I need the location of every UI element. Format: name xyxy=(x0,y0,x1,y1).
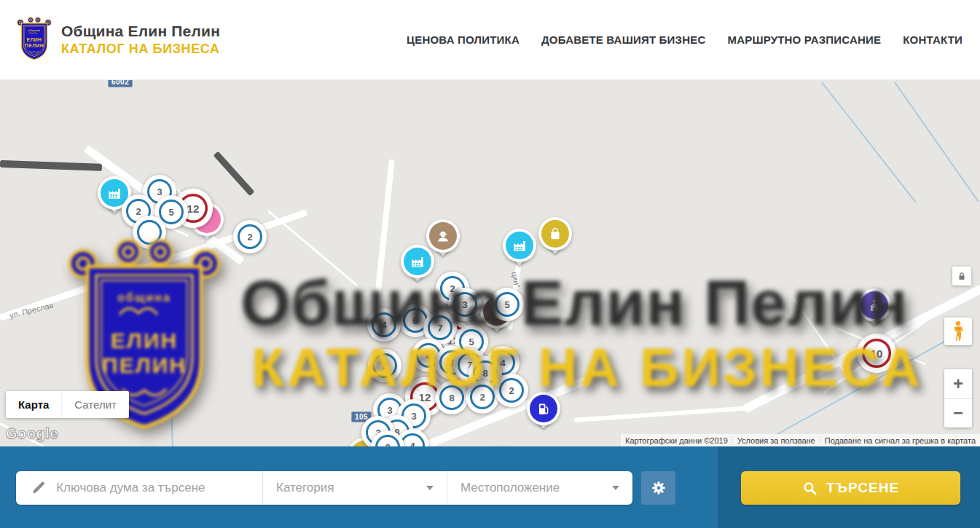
report-error-link[interactable]: Подаване на сигнал за грешка в картата xyxy=(820,436,980,445)
fuel-marker[interactable] xyxy=(527,392,560,425)
factory-marker[interactable] xyxy=(401,245,434,278)
search-icon xyxy=(802,481,818,496)
svg-text:ПЕЛИН: ПЕЛИН xyxy=(25,42,44,47)
nav-item-schedule[interactable]: МАРШРУТНО РАЗПИСАНИЕ xyxy=(727,34,881,46)
cluster-marker[interactable]: 2 xyxy=(368,349,401,382)
street-label: ции“ xyxy=(510,271,522,288)
municipality-crest-icon: община ЕЛИН ПЕЛИН xyxy=(16,15,52,65)
svg-text:община: община xyxy=(117,291,171,304)
svg-text:ЕЛИН: ЕЛИН xyxy=(27,37,42,42)
cluster-marker[interactable]: 10 xyxy=(857,334,896,373)
advanced-settings-button[interactable] xyxy=(641,471,675,505)
cluster-marker[interactable]: 8 xyxy=(435,381,469,414)
google-logo[interactable]: Google xyxy=(6,425,58,442)
bag-marker[interactable] xyxy=(538,217,572,251)
terms-link[interactable]: Условия за ползване xyxy=(732,436,820,445)
map-canvas[interactable]: ул. Преславбул. „Новоселции“6002105 3212… xyxy=(0,80,980,446)
zoom-control: + − xyxy=(944,369,972,427)
pegman-icon xyxy=(950,320,966,342)
nav-item-pricing[interactable]: ЦЕНОВА ПОЛИТИКА xyxy=(407,34,520,46)
gear-icon xyxy=(651,480,667,496)
category-dropdown[interactable]: Категория xyxy=(262,471,447,505)
nav-item-add-business[interactable]: ДОБАВЕТЕ ВАШИЯТ БИЗНЕС xyxy=(541,34,705,46)
factory-marker[interactable] xyxy=(503,229,536,262)
chevron-down-icon xyxy=(426,486,434,490)
location-dropdown-label: Местоположение xyxy=(460,481,560,495)
search-bar: Категория Местоположение ТЪРСЕНЕ xyxy=(0,446,980,528)
category-dropdown-label: Категория xyxy=(276,481,334,495)
zoom-out-button[interactable]: − xyxy=(944,399,972,428)
map-attribution: Картографски данни ©2019 Условия за полз… xyxy=(621,434,980,446)
church-marker[interactable] xyxy=(858,288,891,322)
search-button-label: ТЪРСЕНЕ xyxy=(826,480,899,496)
cluster-marker[interactable]: 5 xyxy=(490,288,524,321)
search-button[interactable]: ТЪРСЕНЕ xyxy=(741,471,960,505)
map-type-map-button[interactable]: Карта xyxy=(6,391,61,418)
cluster-marker[interactable]: 2 xyxy=(466,380,499,414)
zoom-in-button[interactable]: + xyxy=(944,369,972,399)
header: община ЕЛИН ПЕЛИН Община Елин Пелин КАТА… xyxy=(0,0,980,80)
keyword-input[interactable] xyxy=(56,481,252,495)
pencil-icon xyxy=(31,479,46,497)
cluster-marker[interactable]: 4 xyxy=(367,308,401,342)
location-dropdown[interactable]: Местоположение xyxy=(447,471,632,505)
svg-text:ПЕЛИН: ПЕЛИН xyxy=(102,353,187,377)
map-type-control: Карта Сателит xyxy=(6,391,129,418)
map-type-satellite-button[interactable]: Сателит xyxy=(61,391,129,418)
svg-text:община: община xyxy=(28,28,41,31)
lock-icon xyxy=(957,271,967,281)
cluster-marker[interactable] xyxy=(133,216,166,249)
road-number-badge: 6002 xyxy=(108,80,133,87)
chevron-down-icon xyxy=(612,486,619,490)
search-fields-group: Категория Местоположение xyxy=(16,471,632,505)
nav-item-contacts[interactable]: КОНТАКТИ xyxy=(903,34,963,46)
cluster-marker[interactable]: 3 xyxy=(448,288,482,321)
svg-text:ЕЛИН: ЕЛИН xyxy=(111,328,178,352)
map-copyright: Картографски данни ©2019 xyxy=(621,436,732,445)
main-nav: ЦЕНОВА ПОЛИТИКА ДОБАВЕТЕ ВАШИЯТ БИЗНЕС М… xyxy=(407,34,963,46)
site-subtitle: КАТАЛОГ НА БИЗНЕСА xyxy=(61,42,220,57)
cluster-marker[interactable]: 2 xyxy=(233,220,267,253)
site-logo[interactable]: община ЕЛИН ПЕЛИН Община Елин Пелин КАТА… xyxy=(16,15,220,65)
site-title: Община Елин Пелин xyxy=(61,23,220,40)
cluster-marker[interactable]: 2 xyxy=(495,374,528,407)
keyword-field-wrap xyxy=(16,471,262,505)
pegman-button[interactable] xyxy=(944,318,972,345)
watermark-title: Община Елин Пелин xyxy=(240,266,908,340)
lock-button[interactable] xyxy=(952,267,971,285)
